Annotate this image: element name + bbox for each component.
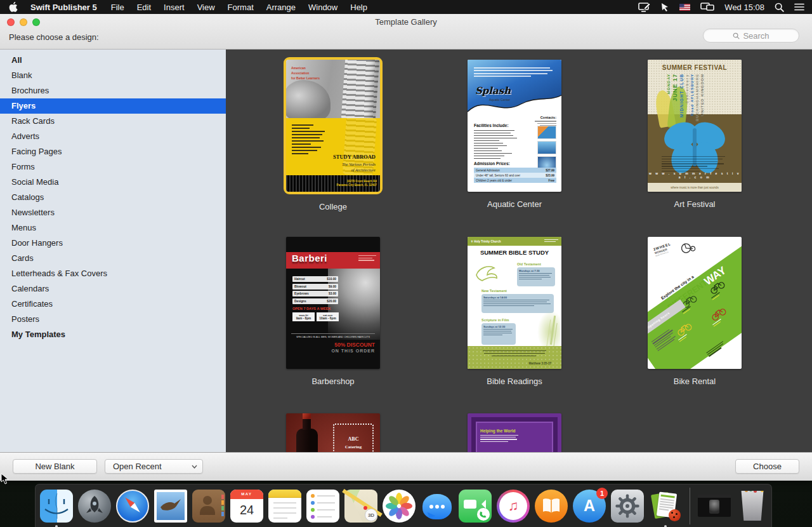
bible-section-title: New Testament (481, 289, 507, 293)
college-headline: STUDY ABROAD (333, 154, 376, 160)
penny-farthing-icon (679, 239, 696, 255)
search-input[interactable]: Search (703, 29, 799, 43)
sidebar-item-posters[interactable]: Posters (0, 312, 226, 327)
menu-help[interactable]: Help (344, 3, 374, 12)
gear-icon (613, 491, 642, 521)
dock-maps-icon[interactable]: 3D (344, 490, 377, 523)
text-placeholder (292, 124, 330, 156)
dock-system-preferences-icon[interactable] (611, 490, 644, 523)
open-recent-select[interactable]: Open Recent (105, 459, 203, 474)
display-edit-icon[interactable] (638, 3, 650, 12)
sidebar-item-blank[interactable]: Blank (0, 68, 226, 83)
sidebar-item-my-templates[interactable]: My Templates (0, 327, 226, 342)
dock-reminders-icon[interactable] (306, 490, 339, 523)
template-barbershop[interactable]: Barberi Haircut$10.00 Blowout$9.00 Eyebr… (284, 237, 383, 386)
dock: MAY 24 (35, 484, 772, 527)
template-label-barbershop: Barbershop (284, 377, 383, 386)
dock-ibooks-icon[interactable] (535, 490, 568, 523)
sidebar-item-adverts[interactable]: Adverts (0, 129, 226, 144)
dock-messages-icon[interactable] (421, 490, 454, 523)
sidebar-item-flyers[interactable]: Flyers (0, 98, 226, 114)
sidebar-item-letterheads[interactable]: Letterheads & Fax Covers (0, 266, 226, 281)
template-gallery-window: Template Gallery Please choose a design:… (0, 14, 812, 481)
us-flag-input-icon[interactable] (679, 4, 690, 11)
menu-insert[interactable]: Insert (157, 3, 191, 12)
template-bible-readings[interactable]: ✝ Holy Trinity Church SUMMER BIBLE STUDY… (465, 237, 564, 386)
dock-notes-icon[interactable] (268, 490, 301, 523)
bible-section-box: Sundays at 12:30 (481, 323, 516, 345)
dock-facetime-icon[interactable] (459, 490, 492, 523)
dock-trash-icon[interactable] (736, 490, 769, 523)
sidebar-item-rack-cards[interactable]: Rack Cards (0, 114, 226, 129)
sidebar-item-catalogs[interactable]: Catalogs (0, 190, 226, 205)
template-art-festival[interactable]: SUMMER FESTIVAL MONDAY JUNE 17 MIDNIGHT … (645, 60, 744, 209)
barbershop-hours: mon-fri9am - 8pm sat-sun10am - 6pm (292, 312, 339, 321)
dock-photos-icon[interactable] (383, 490, 416, 523)
sidebar-item-menus[interactable]: Menus (0, 220, 226, 236)
maps-3d-badge: 3D (365, 509, 377, 521)
bike-logo: 2WHEEL WONDER Book Rental Co (653, 242, 674, 258)
college-footer: 10270 Front Beach Rd Panama City Beach, … (286, 175, 380, 192)
window-footer: New Blank Open Recent Choose (0, 452, 812, 481)
dock-calendar-icon[interactable]: MAY 24 (230, 490, 263, 523)
sidebar-item-brochures[interactable]: Brochures (0, 83, 226, 98)
menubar-clock[interactable]: Wed 15:08 (724, 3, 764, 12)
dock-safari-icon[interactable] (116, 490, 149, 523)
zoom-button[interactable] (32, 18, 40, 26)
title-bar[interactable]: Template Gallery (0, 14, 812, 30)
dock-swift-publisher-icon[interactable] (649, 490, 682, 523)
menu-window[interactable]: Window (302, 3, 344, 12)
dock-mail-icon[interactable] (154, 490, 187, 523)
minimize-button[interactable] (20, 18, 27, 26)
template-aquatic-center[interactable]: Splash Aquatic Center Contacts: Faciliti… (465, 60, 564, 209)
dock-minimized-window-thumbnail[interactable] (698, 490, 731, 523)
sidebar-item-facing-pages[interactable]: Facing Pages (0, 144, 226, 159)
close-button[interactable] (7, 18, 15, 26)
sidebar-item-social-media[interactable]: Social Media (0, 175, 226, 190)
template-label-bible: Bible Readings (465, 377, 564, 386)
sidebar-item-cards[interactable]: Cards (0, 251, 226, 266)
choose-button[interactable]: Choose (735, 459, 799, 474)
bible-headline: SUMMER BIBLE STUDY (468, 249, 561, 256)
template-label-college: College (284, 202, 383, 211)
sidebar-item-certificates[interactable]: Certificates (0, 297, 226, 312)
dock-appstore-icon[interactable]: A 1 (573, 490, 606, 523)
window-chrome: Template Gallery Please choose a design:… (0, 14, 812, 50)
catering-title: ABC Catering Services (334, 435, 372, 452)
calendar-day: 24 (230, 499, 263, 521)
sidebar-item-door-hangers[interactable]: Door Hangers (0, 236, 226, 251)
sidebar-item-all[interactable]: All (0, 53, 226, 68)
sidebar-item-forms[interactable]: Forms (0, 159, 226, 175)
menu-format[interactable]: Format (221, 3, 260, 12)
pointer-icon[interactable] (660, 3, 669, 12)
sidebar-item-calendars[interactable]: Calendars (0, 281, 226, 297)
dock-finder-icon[interactable] (40, 490, 73, 523)
text-placeholder (544, 239, 558, 243)
apple-menu-icon[interactable] (0, 2, 27, 12)
sidebar-item-newsletters[interactable]: Newsletters (0, 205, 226, 220)
aquatic-contacts-label: Contacts: (531, 116, 556, 119)
template-college[interactable]: American Association for Better Learners… (284, 57, 383, 211)
template-catering[interactable]: ABC Catering Services (284, 413, 383, 452)
search-placeholder: Search (743, 31, 769, 41)
displays-icon[interactable] (700, 3, 714, 11)
text-placeholder (480, 435, 520, 443)
calendar-month: MAY (230, 490, 263, 499)
menu-file[interactable]: File (105, 3, 131, 12)
spotlight-icon[interactable] (775, 3, 784, 12)
dock-launchpad-icon[interactable] (78, 490, 111, 523)
dock-itunes-icon[interactable]: ♫ (497, 490, 530, 523)
dock-contacts-icon[interactable] (192, 490, 225, 523)
template-helping-world[interactable]: Helping the World (465, 413, 564, 452)
menu-app-name[interactable]: Swift Publisher 5 (27, 3, 105, 12)
screen: Swift Publisher 5 File Edit Insert View … (0, 0, 812, 527)
menu-arrange[interactable]: Arrange (260, 3, 302, 12)
mouse-cursor (1, 473, 10, 484)
notification-center-icon[interactable] (794, 3, 804, 11)
aquatic-brand-sub: Aquatic Center (489, 98, 510, 102)
menu-edit[interactable]: Edit (131, 3, 157, 12)
menu-view[interactable]: View (191, 3, 221, 12)
template-bike-rental[interactable]: 2WHEEL WONDER Book Rental Co Explore the… (645, 237, 744, 386)
new-blank-button[interactable]: New Blank (13, 459, 97, 474)
window-title: Template Gallery (0, 14, 812, 30)
